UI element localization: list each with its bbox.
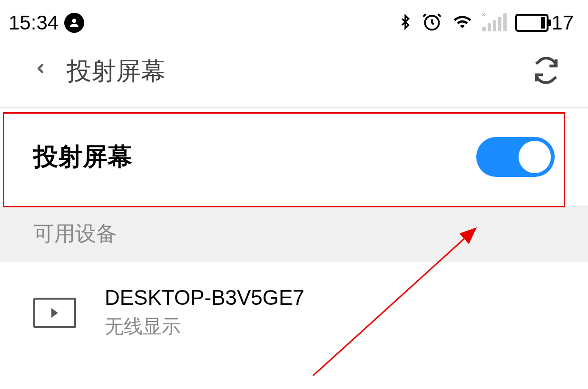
- signal-icon: ×: [482, 14, 507, 31]
- available-devices-header: 可用设备: [0, 205, 588, 262]
- back-button[interactable]: [33, 57, 48, 86]
- status-time: 15:34: [9, 11, 59, 34]
- cast-toggle-label: 投射屏幕: [33, 140, 132, 174]
- battery-icon: [515, 14, 549, 32]
- refresh-button[interactable]: [533, 57, 559, 86]
- device-item[interactable]: DESKTOP-B3V5GE7 无线显示: [0, 262, 588, 363]
- bluetooth-icon: [398, 11, 413, 34]
- wifi-icon: [451, 12, 474, 33]
- cast-toggle-switch[interactable]: [476, 137, 555, 177]
- device-info: DESKTOP-B3V5GE7 无线显示: [105, 286, 304, 340]
- battery-level: 17: [551, 11, 574, 34]
- page-header: 投射屏幕: [0, 45, 588, 107]
- device-name: DESKTOP-B3V5GE7: [105, 286, 304, 310]
- toggle-knob: [519, 141, 551, 173]
- user-icon: [64, 13, 84, 33]
- device-type: 无线显示: [105, 313, 304, 340]
- alarm-icon: [421, 11, 442, 34]
- cast-toggle-section: 投射屏幕: [0, 108, 588, 205]
- status-left: 15:34: [9, 11, 84, 34]
- page-title: 投射屏幕: [67, 55, 514, 88]
- battery-indicator: 17: [515, 11, 574, 34]
- status-right: × 17: [398, 11, 574, 34]
- status-bar: 15:34 ×: [0, 0, 588, 45]
- monitor-icon: [33, 298, 76, 328]
- cast-toggle-row[interactable]: 投射屏幕: [0, 108, 588, 205]
